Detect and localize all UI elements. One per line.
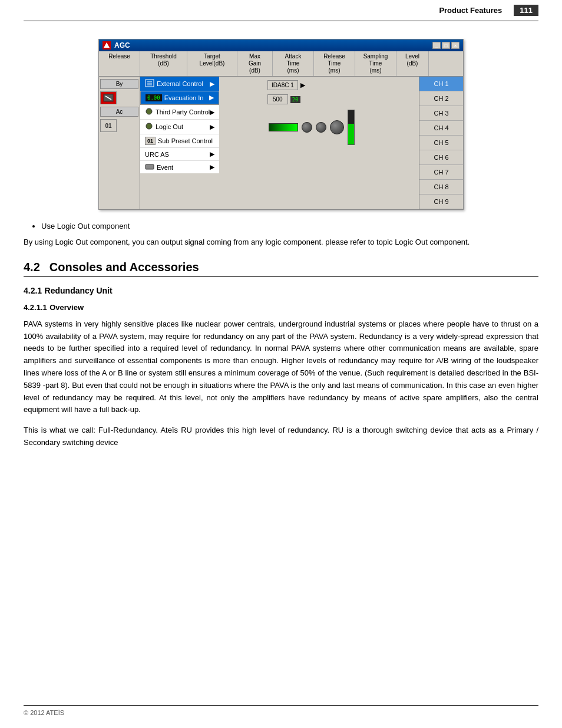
logic-out-arrow: ▶ bbox=[210, 123, 214, 131]
col-header-release-time: ReleaseTime(ms) bbox=[314, 51, 355, 76]
screenshot-area: AGC _ □ × Release Threshold(dB) TargetLe… bbox=[24, 39, 538, 210]
svg-marker-0 bbox=[104, 42, 110, 48]
section-4211: 4.2.1.1 Overview bbox=[24, 302, 538, 312]
urc-arrow: ▶ bbox=[210, 150, 214, 158]
channel-ch2[interactable]: CH 2 bbox=[419, 91, 463, 106]
agc-column-headers: Release Threshold(dB) TargetLevel(dB) Ma… bbox=[99, 51, 463, 77]
section-4211-number: 4.2.1.1 bbox=[24, 303, 47, 312]
agc-title-left: AGC bbox=[103, 41, 130, 50]
external-control-arrow: ▶ bbox=[210, 80, 214, 88]
agc-app-icon bbox=[103, 41, 111, 50]
minimize-button[interactable]: _ bbox=[432, 42, 441, 49]
main-content: AGC _ □ × Release Threshold(dB) TargetLe… bbox=[24, 39, 538, 449]
logic-out-item[interactable]: Logic Out ▶ bbox=[140, 120, 219, 134]
evacuation-arrow: ▶ bbox=[209, 94, 214, 101]
channel-ch8[interactable]: CH 8 bbox=[419, 180, 463, 195]
paragraph-1: By using Logic Out component, you can ou… bbox=[24, 236, 538, 249]
urc-label: URC AS bbox=[145, 151, 169, 158]
channel-ch3[interactable]: CH 3 bbox=[419, 106, 463, 121]
external-control-icon bbox=[145, 79, 154, 88]
section-421-number: 4.2.1 bbox=[24, 286, 42, 295]
section-4211-title: Overview bbox=[49, 303, 84, 312]
knob-3[interactable] bbox=[330, 120, 344, 134]
context-menu: External Control ▶ 0.00 Evacuation In bbox=[140, 77, 219, 173]
page-footer: © 2012 ATEÏS bbox=[24, 705, 538, 716]
channel-ch7[interactable]: CH 7 bbox=[419, 165, 463, 180]
menu-item-urc[interactable]: URC AS ▶ bbox=[140, 148, 219, 161]
col-header-sampling: SamplingTime(ms) bbox=[355, 51, 396, 76]
bullet-item-1: Use Logic Out component bbox=[41, 222, 538, 230]
red-indicator bbox=[100, 91, 117, 104]
col-header-maxgain: MaxGain(dB) bbox=[237, 51, 273, 76]
agc-window-title: AGC bbox=[114, 41, 130, 50]
ida-label: IDA8C 1 bbox=[267, 80, 298, 90]
agc-right-col: CH 1 CH 2 CH 3 CH 4 CH 5 CH 6 CH 7 CH 8 … bbox=[419, 77, 463, 209]
sub-preset-icon: 01 bbox=[145, 137, 156, 145]
paragraph-2: PAVA systems in very highly sensitive pl… bbox=[24, 318, 538, 416]
page-header: Product Features 111 bbox=[24, 0, 538, 21]
agc-center-col: External Control ▶ 0.00 Evacuation In bbox=[140, 77, 419, 209]
controls-area: IDA8C 1 ▶ 500 20 bbox=[264, 77, 419, 209]
event-label: Event bbox=[157, 164, 173, 171]
channel-ch4[interactable]: CH 4 bbox=[419, 121, 463, 136]
paragraph-3: This is what we call: Full-Redundancy. A… bbox=[24, 424, 538, 449]
menu-item-third-party[interactable]: Third Party Control ▶ bbox=[140, 105, 219, 120]
ac-button[interactable]: Ac bbox=[100, 107, 138, 117]
by-button[interactable]: By bbox=[100, 79, 138, 89]
copyright: © 2012 ATEÏS bbox=[24, 709, 64, 716]
maximize-button[interactable]: □ bbox=[442, 42, 450, 49]
col-header-target: TargetLevel(dB) bbox=[187, 51, 237, 76]
section-421-title: Redundancy Unit bbox=[45, 286, 113, 295]
evacuation-label: Evacuation In bbox=[164, 94, 204, 101]
logic-out-row: Logic Out ▶ bbox=[140, 120, 219, 134]
page-number: 111 bbox=[514, 5, 538, 16]
channel-ch9[interactable]: CH 9 bbox=[419, 195, 463, 209]
svg-rect-9 bbox=[146, 164, 154, 169]
level-meter bbox=[348, 110, 355, 145]
col-header-level: Level(dB) bbox=[396, 51, 429, 76]
agc-body: By Ac 01 bbox=[99, 77, 463, 209]
agc-window-controls: _ □ × bbox=[432, 42, 459, 49]
logic-out-icon bbox=[145, 122, 153, 131]
third-party-icon bbox=[145, 107, 153, 117]
knob-2[interactable] bbox=[316, 122, 326, 133]
event-arrow: ▶ bbox=[210, 163, 214, 171]
col-header-release: Release bbox=[99, 51, 140, 76]
svg-point-8 bbox=[146, 123, 152, 129]
evacuation-submenu: 0.00 Evacuation In ▶ bbox=[140, 91, 219, 105]
external-control-label: External Control bbox=[157, 80, 203, 87]
channel-ch6[interactable]: CH 6 bbox=[419, 150, 463, 165]
col-header-attack: AttackTime(ms) bbox=[273, 51, 314, 76]
menu-item-sub-preset[interactable]: 01 Sub Preset Control bbox=[140, 134, 219, 148]
knobs-row bbox=[266, 107, 416, 147]
menu-item-external-control[interactable]: External Control ▶ bbox=[140, 77, 219, 91]
event-icon bbox=[145, 164, 154, 171]
section-42-number: 4.2 bbox=[24, 261, 40, 274]
ida-arrow: ▶ bbox=[300, 81, 305, 89]
level-meter-area bbox=[348, 110, 355, 145]
close-button[interactable]: × bbox=[451, 42, 459, 49]
value-row: 500 20 bbox=[266, 93, 416, 106]
menu-item-event[interactable]: Event ▶ bbox=[140, 161, 219, 173]
num-indicator: 01 bbox=[100, 119, 117, 132]
evacuation-in-item[interactable]: 0.00 Evacuation In ▶ bbox=[141, 91, 219, 104]
section-42: 4.2 Consoles and Accessories bbox=[24, 261, 538, 277]
section-42-title: Consoles and Accessories bbox=[49, 261, 199, 274]
logic-out-label: Logic Out bbox=[156, 123, 183, 130]
agc-window: AGC _ □ × Release Threshold(dB) TargetLe… bbox=[98, 39, 464, 210]
header-title: Product Features bbox=[439, 6, 502, 15]
section-421: 4.2.1 Redundancy Unit bbox=[24, 285, 538, 296]
channel-ch5[interactable]: CH 5 bbox=[419, 136, 463, 150]
third-party-arrow: ▶ bbox=[210, 108, 214, 116]
agc-left-col: By Ac 01 bbox=[99, 77, 140, 209]
bullet-list: Use Logic Out component bbox=[41, 222, 538, 230]
green-bar-1 bbox=[269, 123, 298, 131]
numeric-display-icon: 0.00 bbox=[146, 94, 162, 101]
sub-preset-label: Sub Preset Control bbox=[158, 137, 213, 144]
knob-1[interactable] bbox=[302, 122, 312, 133]
channel-ch1[interactable]: CH 1 bbox=[419, 77, 463, 91]
svg-point-7 bbox=[146, 108, 152, 114]
value-500: 500 bbox=[267, 94, 288, 104]
level-display: 20 bbox=[290, 96, 300, 103]
col-header-threshold: Threshold(dB) bbox=[140, 51, 187, 76]
